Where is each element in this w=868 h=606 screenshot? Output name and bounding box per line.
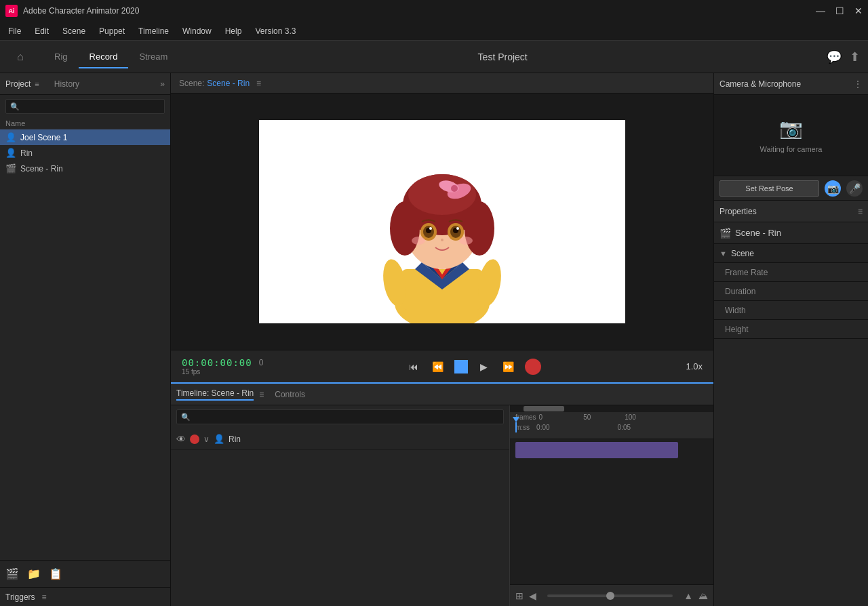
duration-row: Duration <box>714 282 868 301</box>
comment-button[interactable]: 💬 <box>827 49 842 64</box>
project-item-rin[interactable]: 👤 Rin <box>0 145 170 161</box>
tab-record[interactable]: Record <box>79 46 129 67</box>
timeline-search[interactable]: 🔍 <box>176 409 504 424</box>
camera-icon: 📷 <box>779 117 803 140</box>
timeline-ruler-area: frames 0 50 100 m:ss 0:00 0:05 <box>510 405 713 606</box>
close-button[interactable]: ✕ <box>854 7 863 15</box>
preview-area <box>171 94 713 350</box>
titlebar: Ai Adobe Character Animator 2020 — ☐ ✕ <box>0 0 868 22</box>
clipboard-icon[interactable]: 📋 <box>49 567 62 580</box>
playhead[interactable] <box>515 422 517 432</box>
svg-point-24 <box>459 237 473 245</box>
svg-point-8 <box>390 201 420 256</box>
triggers-label: Triggers <box>5 592 35 602</box>
step-forward-button[interactable]: ⏩ <box>500 359 517 375</box>
set-rest-pose-button[interactable]: Set Rest Pose <box>719 180 819 197</box>
menu-window[interactable]: Window <box>177 24 217 39</box>
zoom-thumb[interactable] <box>606 592 614 600</box>
menu-puppet[interactable]: Puppet <box>94 24 130 39</box>
width-label: Width <box>725 306 746 315</box>
stop-button[interactable] <box>454 360 468 373</box>
scrollbar-thumb[interactable] <box>524 406 564 411</box>
properties-panel-header: Properties ≡ <box>714 201 868 222</box>
scene-section-row[interactable]: ▼ Scene <box>714 244 868 263</box>
fit-to-view-button[interactable]: ⊞ <box>515 590 524 601</box>
track-visibility-toggle[interactable]: 👁 <box>176 434 186 445</box>
track-record-button[interactable] <box>190 435 199 444</box>
export-button[interactable]: ⬆ <box>850 49 860 64</box>
scene-label-text: Scene: <box>179 79 204 88</box>
project-search-input[interactable] <box>22 102 160 110</box>
camera-menu-icon[interactable]: ⋮ <box>853 79 863 89</box>
timeline-menu-icon[interactable]: ≡ <box>259 390 264 399</box>
step-back-button[interactable]: ⏪ <box>430 359 446 375</box>
triggers-menu-icon[interactable]: ≡ <box>42 592 47 602</box>
window-controls[interactable]: — ☐ ✕ <box>816 7 863 15</box>
scene-name-link[interactable]: Scene - Rin <box>207 79 250 88</box>
timeline-scrollbar[interactable] <box>510 405 713 412</box>
svg-point-13 <box>451 185 458 192</box>
tab-stream[interactable]: Stream <box>128 46 178 67</box>
scene-header: Scene: Scene - Rin ≡ <box>171 73 713 94</box>
left-panel: Project ≡ History » 🔍 Name 👤 Joel Scene … <box>0 73 171 606</box>
ruler-mark-0: 0 <box>539 413 543 421</box>
project-item-joel[interactable]: 👤 Joel Scene 1 <box>0 129 170 145</box>
properties-menu-icon[interactable]: ≡ <box>858 207 863 216</box>
frame-count: 0 <box>259 358 264 367</box>
timeline-header: Timeline: Scene - Rin ≡ Controls <box>171 384 713 405</box>
scroll-right-button[interactable]: ▲ <box>684 590 693 601</box>
track-expand-icon[interactable]: ∨ <box>203 435 210 444</box>
scene-prop-icon: 🎬 <box>719 228 731 239</box>
speed-label[interactable]: 1.0x <box>686 361 703 371</box>
transport-controls: ⏮ ⏪ ▶ ⏩ <box>271 359 675 375</box>
character-preview <box>354 127 530 323</box>
new-scene-icon[interactable]: 🎬 <box>5 567 19 580</box>
microphone-toggle-button[interactable]: 🎤 <box>846 180 863 197</box>
camera-on-icon: 📷 <box>827 183 839 194</box>
microphone-icon: 🎤 <box>849 183 861 194</box>
expand-icon[interactable]: » <box>160 79 165 89</box>
project-item-scene-rin[interactable]: 🎬 Scene - Rin <box>0 161 170 176</box>
maximize-button[interactable]: ☐ <box>835 7 844 15</box>
tab-rig[interactable]: Rig <box>43 46 79 67</box>
project-title: Test Project <box>178 52 827 62</box>
menu-scene[interactable]: Scene <box>57 24 91 39</box>
height-label: Height <box>725 325 749 334</box>
clip-block[interactable] <box>515 442 678 458</box>
ruler-mark-100: 100 <box>625 413 636 421</box>
controls-tab[interactable]: Controls <box>269 390 311 399</box>
search-icon: 🔍 <box>10 102 20 111</box>
play-button[interactable]: ▶ <box>476 359 492 375</box>
camera-toggle-button[interactable]: 📷 <box>825 180 841 197</box>
go-to-start-button[interactable]: ⏮ <box>406 359 422 375</box>
timeline-search-input[interactable] <box>191 413 499 421</box>
menu-help[interactable]: Help <box>220 24 248 39</box>
record-button[interactable] <box>525 359 541 375</box>
project-search[interactable]: 🔍 <box>5 99 165 114</box>
minimize-button[interactable]: — <box>816 7 825 15</box>
zoom-out-button[interactable]: ⛰ <box>698 590 708 601</box>
menu-version: Version 3.3 <box>250 24 301 39</box>
scene-prop-name: Scene - Rin <box>735 228 781 238</box>
scene-menu-icon[interactable]: ≡ <box>256 79 261 88</box>
scroll-left-button[interactable]: ◀ <box>529 590 536 601</box>
camera-panel-header: Camera & Microphone ⋮ <box>714 73 868 95</box>
timeline-title: Timeline: Scene - Rin <box>176 388 254 401</box>
timeline-content <box>510 439 713 584</box>
width-row: Width <box>714 301 868 320</box>
svg-point-23 <box>412 237 425 245</box>
tabbar-actions: 💬 ⬆ <box>827 49 860 64</box>
timeline-ruler: frames 0 50 100 m:ss 0:00 0:05 <box>510 412 713 439</box>
folder-icon[interactable]: 📁 <box>27 567 41 580</box>
svg-point-9 <box>465 201 494 256</box>
menu-edit[interactable]: Edit <box>29 24 54 39</box>
properties-title: Properties <box>719 207 757 216</box>
svg-point-21 <box>456 227 459 230</box>
menu-file[interactable]: File <box>3 24 26 39</box>
project-item-label: Scene - Rin <box>20 164 63 174</box>
home-tab[interactable]: ⌂ <box>8 45 33 69</box>
history-label[interactable]: History <box>54 79 79 89</box>
zoom-slider[interactable] <box>547 594 673 597</box>
project-panel-header: Project ≡ History » <box>0 73 170 95</box>
menu-timeline[interactable]: Timeline <box>133 24 174 39</box>
